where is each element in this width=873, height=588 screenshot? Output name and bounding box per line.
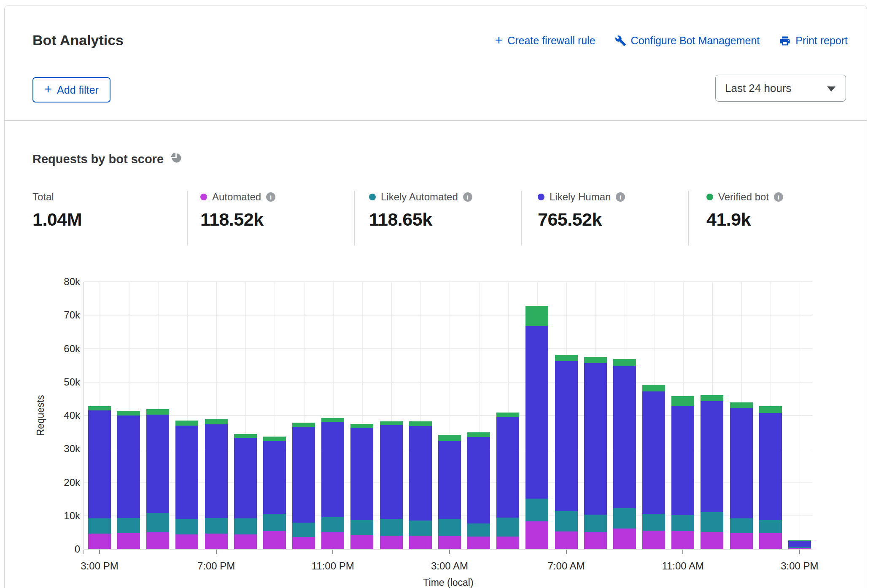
bar-segment-automated [555, 531, 578, 549]
likely-human-dot-icon [538, 194, 544, 200]
bar-segment-automated [584, 532, 607, 549]
stat-divider [521, 191, 522, 245]
y-tick-label: 10k [64, 510, 80, 522]
info-icon[interactable]: i [616, 192, 625, 202]
bar-segment-likely-human [380, 425, 403, 519]
x-tick-label: 3:00 PM [781, 560, 818, 572]
x-tick-mark [216, 550, 217, 554]
bar-segment-automated [701, 532, 723, 549]
bar-segment-likely-human [467, 437, 490, 523]
chart-bar[interactable] [701, 395, 723, 549]
bar-segment-automated [467, 537, 490, 549]
stat-verified-bot[interactable]: Verified bot i 41.9k [706, 191, 783, 230]
chart-bar[interactable] [788, 540, 811, 549]
y-axis-line [83, 282, 84, 549]
print-report-label: Print report [795, 35, 848, 47]
pie-chart-icon[interactable] [170, 152, 182, 166]
chart-bar[interactable] [205, 419, 228, 549]
chart-bar[interactable] [555, 355, 578, 549]
bar-segment-likely-automated [88, 518, 111, 534]
bar-segment-automated [613, 529, 636, 549]
chart-bar[interactable] [467, 432, 490, 549]
configure-bot-management-label: Configure Bot Management [631, 35, 760, 47]
chart-bar[interactable] [759, 406, 782, 549]
bar-segment-verified-bot [759, 406, 782, 413]
bar-segment-automated [234, 534, 257, 549]
chart-bar[interactable] [671, 396, 694, 549]
stat-likely-human[interactable]: Likely Human i 765.52k [538, 191, 625, 230]
info-icon[interactable]: i [774, 192, 783, 202]
printer-icon [779, 35, 791, 47]
automated-label: Automated [212, 191, 261, 203]
bar-segment-likely-automated [117, 518, 140, 533]
bar-segment-likely-human [321, 422, 344, 517]
bar-segment-verified-bot [175, 421, 198, 426]
bar-segment-likely-automated [438, 519, 461, 536]
likely-automated-value: 118.65k [369, 209, 472, 230]
bar-segment-likely-human [788, 541, 811, 546]
bar-segment-automated [642, 531, 665, 549]
stat-likely-automated[interactable]: Likely Automated i 118.65k [369, 191, 472, 230]
chart-bar[interactable] [584, 357, 607, 549]
print-report-link[interactable]: Print report [779, 35, 848, 47]
x-tick-mark [682, 550, 683, 554]
bar-segment-verified-bot [467, 432, 490, 437]
bar-segment-verified-bot [321, 418, 344, 422]
bar-segment-verified-bot [263, 437, 286, 441]
configure-bot-management-link[interactable]: Configure Bot Management [615, 35, 760, 47]
x-tick-mark [99, 550, 100, 554]
bar-segment-automated [175, 534, 198, 549]
y-tick-label: 70k [64, 309, 80, 321]
y-tick-label: 20k [64, 477, 80, 488]
x-tick-label: 3:00 PM [81, 560, 118, 572]
bar-segment-likely-automated [234, 518, 257, 534]
bar-segment-likely-automated [584, 515, 607, 533]
verified-bot-dot-icon [706, 194, 713, 200]
chart-bar[interactable] [292, 423, 315, 549]
chart-bar[interactable] [117, 411, 140, 549]
chart-bar[interactable] [88, 406, 111, 549]
info-icon[interactable]: i [266, 192, 275, 202]
x-tick-label: 11:00 AM [662, 560, 704, 572]
bar-segment-likely-automated [701, 512, 723, 532]
chart-bar[interactable] [438, 435, 461, 549]
chart-bar[interactable] [730, 402, 753, 549]
bar-segment-likely-human [234, 438, 257, 518]
chart-bar[interactable] [321, 418, 344, 549]
total-label: Total [32, 191, 54, 203]
bar-segment-verified-bot [730, 402, 753, 408]
chart-bar[interactable] [350, 424, 373, 549]
bar-segment-verified-bot [380, 421, 403, 426]
x-tick-mark [799, 550, 800, 554]
h-gridline [84, 315, 812, 316]
chart-bar[interactable] [525, 306, 548, 549]
stat-automated[interactable]: Automated i 118.52k [200, 191, 275, 230]
create-firewall-rule-link[interactable]: + Create firewall rule [495, 35, 595, 47]
bar-segment-likely-human [146, 415, 169, 512]
bar-segment-automated [292, 537, 315, 549]
chart-bar[interactable] [380, 421, 403, 549]
chart-bar[interactable] [146, 409, 169, 549]
chart-bar[interactable] [175, 421, 198, 549]
chart-bar[interactable] [263, 437, 286, 549]
info-icon[interactable]: i [463, 192, 472, 202]
y-tick-label: 30k [64, 443, 80, 455]
likely-automated-label: Likely Automated [381, 191, 458, 203]
bar-segment-likely-human [117, 415, 140, 518]
bar-segment-likely-automated [321, 517, 344, 532]
chart-bar[interactable] [409, 421, 432, 549]
chart-bar[interactable] [496, 413, 519, 549]
bar-segment-likely-automated [263, 514, 286, 531]
bar-segment-automated [409, 536, 432, 549]
bar-segment-likely-human [584, 363, 607, 514]
x-tick-label: 7:00 PM [197, 560, 235, 572]
time-range-dropdown[interactable]: Last 24 hours [715, 75, 846, 102]
bar-segment-automated [117, 533, 140, 549]
chart-bar[interactable] [234, 434, 257, 549]
x-tick-label: 3:00 AM [431, 560, 468, 572]
add-filter-button[interactable]: + Add filter [32, 77, 110, 102]
chart-bar[interactable] [642, 385, 665, 549]
chart-bar[interactable] [613, 359, 636, 549]
y-tick-label: 0 [75, 543, 80, 555]
y-tick-label: 60k [64, 343, 80, 355]
